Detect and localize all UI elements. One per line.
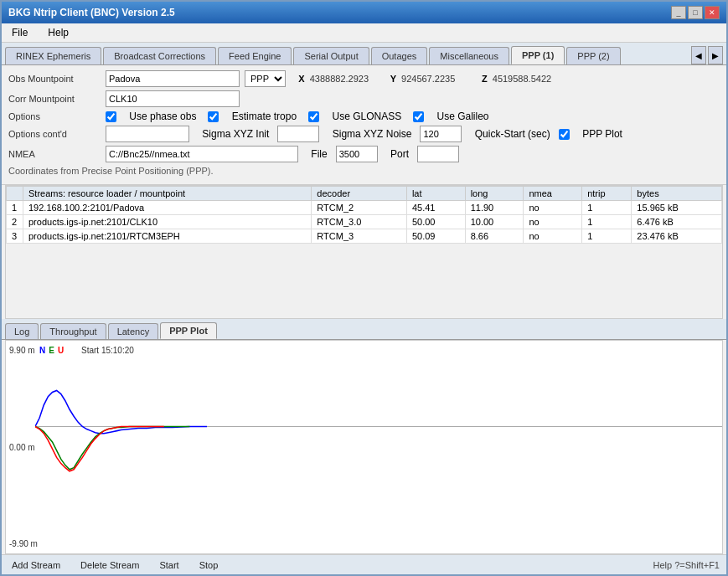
options-contd-label: Options cont'd bbox=[8, 129, 101, 139]
sigma-xyz-init-input[interactable] bbox=[277, 126, 319, 142]
tab-ppp2[interactable]: PPP (2) bbox=[566, 47, 620, 64]
nmea-input[interactable] bbox=[106, 146, 298, 162]
cell-bytes: 15.965 kB bbox=[632, 201, 722, 215]
tab-scroll-controls: ◀ ▶ bbox=[691, 46, 723, 64]
col-bytes: bytes bbox=[632, 187, 722, 201]
coordinates-note: Coordinates from Precise Point Positioni… bbox=[8, 166, 214, 176]
bottom-tab-throughput[interactable]: Throughput bbox=[40, 323, 106, 339]
use-glonass-checkbox[interactable] bbox=[413, 111, 424, 122]
stop-button[interactable]: Stop bbox=[196, 559, 222, 571]
col-long: long bbox=[465, 187, 524, 201]
tab-feed-engine[interactable]: Feed Engine bbox=[218, 47, 292, 64]
options-contd-input[interactable] bbox=[106, 126, 189, 142]
help-text: Help ?=Shift+F1 bbox=[653, 560, 720, 570]
cell-lat: 50.09 bbox=[406, 229, 465, 244]
tab-scroll-left[interactable]: ◀ bbox=[691, 46, 706, 64]
tab-outages[interactable]: Outages bbox=[371, 47, 428, 64]
menu-help[interactable]: Help bbox=[41, 25, 75, 40]
options-checkbox[interactable] bbox=[106, 111, 116, 122]
sigma-xyz-noise-input[interactable] bbox=[420, 126, 462, 142]
coordinates-note-row: Coordinates from Precise Point Positioni… bbox=[8, 166, 720, 176]
status-bar: Add Stream Delete Stream Start Stop Help… bbox=[2, 554, 726, 574]
bottom-tab-log[interactable]: Log bbox=[5, 323, 39, 339]
nmea-row: NMEA File Port bbox=[8, 146, 720, 162]
cell-bytes: 23.476 kB bbox=[632, 229, 722, 244]
use-phase-obs-checkbox[interactable] bbox=[208, 111, 219, 122]
ppp-plot-label: PPP Plot bbox=[582, 128, 622, 140]
bottom-tab-latency[interactable]: Latency bbox=[108, 323, 159, 339]
bottom-tabs-row: Log Throughput Latency PPP Plot bbox=[2, 319, 726, 340]
main-tabs-row: RINEX Ephemeris Broadcast Corrections Fe… bbox=[2, 43, 726, 65]
col-resource: Streams: resource loader / mountpoint bbox=[23, 187, 312, 201]
cell-resource: 192.168.100.2:2101/Padova bbox=[23, 201, 312, 215]
col-nmea: nmea bbox=[524, 187, 582, 201]
x-value: 4388882.2923 bbox=[310, 74, 385, 84]
cell-ntrip: 1 bbox=[582, 201, 632, 215]
y-label: Y bbox=[390, 74, 396, 84]
use-phase-obs-label: Use phase obs bbox=[129, 111, 196, 122]
main-window: BKG Ntrip Client (BNC) Version 2.5 _ □ ✕… bbox=[0, 0, 728, 576]
options-contd-row: Options cont'd Sigma XYZ Init Sigma XYZ … bbox=[8, 126, 720, 142]
cell-ntrip: 1 bbox=[582, 215, 632, 229]
cell-nmea: no bbox=[524, 201, 582, 215]
quickstart-label: Quick-Start (sec) bbox=[475, 128, 550, 140]
cell-ntrip: 1 bbox=[582, 229, 632, 244]
cell-long: 10.00 bbox=[465, 215, 524, 229]
estimate-tropo-label: Estimate tropo bbox=[232, 111, 297, 122]
table-row[interactable]: 2products.igs-ip.net:2101/CLK10RTCM_3.05… bbox=[7, 215, 722, 229]
table-row[interactable]: 3products.igs-ip.net:2101/RTCM3EPHRTCM_3… bbox=[7, 229, 722, 244]
estimate-tropo-checkbox[interactable] bbox=[308, 111, 319, 122]
close-button[interactable]: ✕ bbox=[705, 6, 720, 19]
file-input[interactable] bbox=[336, 146, 378, 162]
cell-resource: products.igs-ip.net:2101/RTCM3EPH bbox=[23, 229, 312, 244]
minimize-button[interactable]: _ bbox=[671, 6, 686, 19]
cell-nmea: no bbox=[524, 229, 582, 244]
obs-mode-dropdown[interactable]: PPP SPP bbox=[245, 70, 286, 87]
start-button[interactable]: Start bbox=[156, 559, 182, 571]
cell-lat: 50.00 bbox=[406, 215, 465, 229]
streams-container[interactable]: Streams: resource loader / mountpoint de… bbox=[5, 185, 723, 319]
use-galileo-label: Use Galileo bbox=[437, 111, 489, 122]
cell-bytes: 6.476 kB bbox=[632, 215, 722, 229]
nmea-label: NMEA bbox=[8, 149, 101, 159]
options-label: Options bbox=[8, 111, 101, 121]
plot-y-top: 9.90 m bbox=[9, 346, 35, 355]
ppp-plot-area: 9.90 m 0.00 m -9.90 m N E U Start 15:10:… bbox=[5, 340, 723, 554]
col-num bbox=[7, 187, 23, 201]
cell-nmea: no bbox=[524, 215, 582, 229]
file-label: File bbox=[311, 148, 327, 160]
content-area: Obs Mountpoint PPP SPP X 4388882.2923 Y … bbox=[2, 65, 726, 574]
col-lat: lat bbox=[406, 187, 465, 201]
tab-scroll-right[interactable]: ▶ bbox=[708, 46, 723, 64]
y-value: 924567.2235 bbox=[401, 74, 477, 84]
table-row[interactable]: 1192.168.100.2:2101/PadovaRTCM_245.4111.… bbox=[7, 201, 722, 215]
tab-miscellaneous[interactable]: Miscellaneous bbox=[429, 47, 509, 64]
tab-rinex-ephemeris[interactable]: RINEX Ephemeris bbox=[5, 47, 101, 64]
port-label: Port bbox=[390, 148, 409, 160]
sigma-xyz-noise-label: Sigma XYZ Noise bbox=[333, 128, 412, 140]
cell-lat: 45.41 bbox=[406, 201, 465, 215]
add-stream-button[interactable]: Add Stream bbox=[8, 559, 64, 571]
tab-ppp1[interactable]: PPP (1) bbox=[511, 46, 565, 64]
tab-broadcast-corrections[interactable]: Broadcast Corrections bbox=[103, 47, 216, 64]
obs-mountpoint-row: Obs Mountpoint PPP SPP X 4388882.2923 Y … bbox=[8, 70, 720, 87]
quickstart-checkbox[interactable] bbox=[559, 129, 570, 140]
maximize-button[interactable]: □ bbox=[688, 6, 703, 19]
obs-mountpoint-label: Obs Mountpoint bbox=[8, 74, 101, 84]
obs-mountpoint-input[interactable] bbox=[106, 70, 240, 87]
streams-section: Streams: resource loader / mountpoint de… bbox=[2, 185, 726, 319]
cell-num: 3 bbox=[7, 229, 23, 244]
delete-stream-button[interactable]: Delete Stream bbox=[77, 559, 142, 571]
tab-serial-output[interactable]: Serial Output bbox=[293, 47, 369, 64]
cell-decoder: RTCM_3.0 bbox=[312, 215, 407, 229]
cell-resource: products.igs-ip.net:2101/CLK10 bbox=[23, 215, 312, 229]
cell-decoder: RTCM_3 bbox=[312, 229, 407, 244]
menu-file[interactable]: File bbox=[5, 25, 34, 40]
z-value: 4519588.5422 bbox=[493, 74, 568, 84]
bottom-tab-ppp-plot[interactable]: PPP Plot bbox=[160, 322, 217, 339]
options-row: Options Use phase obs Estimate tropo Use… bbox=[8, 111, 720, 122]
port-input[interactable] bbox=[417, 146, 459, 162]
col-decoder: decoder bbox=[312, 187, 407, 201]
corr-mountpoint-label: Corr Mountpoint bbox=[8, 94, 101, 104]
corr-mountpoint-input[interactable] bbox=[106, 90, 240, 107]
